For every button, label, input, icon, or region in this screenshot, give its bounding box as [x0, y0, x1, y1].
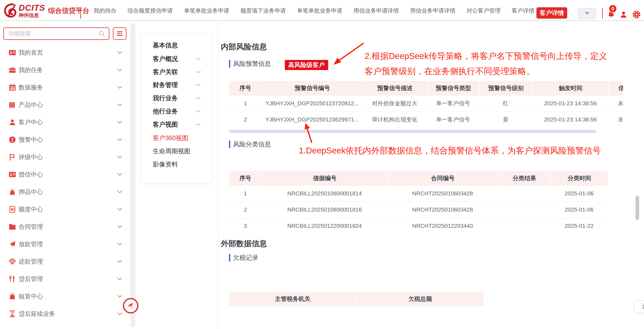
warning-section-label: 风险预警信息 [233, 59, 271, 68]
nav-item[interactable]: 用信业务申请详情 [354, 7, 399, 14]
map-icon [8, 101, 16, 109]
sidebar-item[interactable]: 贷后管理 [0, 270, 130, 288]
submenu-item[interactable]: 财务管理 [141, 79, 213, 91]
chevron-down-icon [117, 277, 122, 281]
chevron-down-icon [196, 70, 201, 74]
table-cell: 未 [609, 96, 623, 111]
menu-toggle-button[interactable] [113, 27, 126, 40]
table-cell: 单一客户信号 [427, 112, 479, 128]
column-header: 序号 [229, 81, 262, 96]
chevron-down-icon [117, 312, 122, 316]
page-scrollbar[interactable] [636, 196, 639, 220]
table-cell: 3 [229, 218, 262, 233]
calendar-icon [8, 84, 16, 91]
nav-item[interactable]: 综合额度授信申请 [128, 7, 173, 14]
sidebar-item[interactable]: 授信中心 [0, 166, 130, 183]
user-profile-icon[interactable] [620, 10, 628, 19]
sidebar-item-label: 放款管理 [19, 240, 43, 248]
table-cell: YJBHYJXH_DGP20250123720812... [262, 96, 362, 111]
section-bar [229, 60, 230, 68]
tax-arrears-table: 主管税务机关欠税总额 [229, 292, 484, 306]
submenu-item[interactable]: 生命周期视图 [141, 146, 213, 157]
sidebar-item-label: 合同管理 [19, 223, 43, 231]
sidebar-item[interactable]: 客户中心 [0, 114, 130, 131]
sidebar-item[interactable]: 放款管理 [0, 236, 130, 253]
id-card-icon [8, 171, 16, 178]
sidebar-item[interactable]: 押品中心 [0, 183, 130, 201]
id-card-icon [8, 49, 16, 56]
chevron-down-icon [117, 51, 122, 54]
sidebar-item[interactable]: 产品中心 [0, 96, 130, 114]
annotation-2-line2: 客户预警级别，在业务侧执行不同受理策略。 [365, 66, 535, 77]
sidebar-item[interactable]: 合同管理 [0, 218, 130, 236]
risk-classification-table: 序号借据编号合同编号分类结果分类时间1NRCBILL20250106000018… [229, 171, 608, 233]
logo-brand-sub: 神州信息 [19, 12, 45, 18]
table-header-row: 序号借据编号合同编号分类结果分类时间 [229, 171, 608, 186]
chevron-down-icon [117, 155, 122, 159]
classify-section-header: 风险分类信息 [229, 140, 271, 149]
sidebar-menu: 我的首页我的任务数据服务产品中心客户中心预警中心评级中心授信中心押品中心额度中心… [0, 44, 130, 323]
search-icon [98, 30, 105, 37]
nav-item[interactable]: 我的待办 [94, 7, 116, 14]
table-cell: NRCBILL2025012200001824 [262, 218, 387, 233]
column-header: 借据编号 [262, 171, 387, 186]
nav-item[interactable]: 单笔单批业务申请 [184, 7, 229, 14]
sidebar-item-label: 贷后延续业务 [19, 310, 55, 318]
nav-item[interactable]: 客户详情 [512, 7, 534, 14]
flag-icon [8, 153, 16, 161]
sidebar-item[interactable]: 数据服务 [0, 79, 130, 96]
alert-icon [8, 136, 16, 144]
nav-item[interactable]: 用信业务申请详情 [410, 7, 456, 14]
risk-warning-table: 序号预警信号编号预警信号描述预警信号类型预警信号级别触发时间信1YJBHYJXH… [229, 81, 623, 128]
gear-icon[interactable] [632, 10, 640, 19]
submenu-item-active[interactable]: 客户360视图 [141, 132, 213, 144]
sidebar-item[interactable]: 预警中心 [0, 131, 130, 148]
menu-list-icon [116, 30, 124, 37]
tabs-dropdown-button[interactable] [578, 8, 596, 19]
sidebar-item-label: 还款管理 [19, 258, 43, 266]
nav-item[interactable]: 单笔单批业务申请 [297, 7, 342, 14]
submenu-item[interactable]: 他行业务 [141, 106, 213, 117]
submenu-item-label: 基本信息 [153, 41, 178, 50]
chevron-down-icon [584, 11, 590, 15]
chevron-down-icon [196, 57, 201, 60]
briefcase-icon [8, 66, 16, 74]
submenu-item[interactable]: 客户视图 [141, 119, 213, 130]
sidebar-item[interactable]: 我的首页 [0, 44, 130, 61]
sidebar-item[interactable]: 贷后延续业务 [0, 305, 130, 323]
collapse-arrow-icon [126, 301, 135, 310]
diamond-icon [8, 258, 16, 266]
sidebar-item[interactable]: 还款管理 [0, 253, 130, 270]
chevron-down-icon [117, 68, 122, 72]
nav-item[interactable]: 额度项下业务申请 [240, 7, 286, 14]
submenu-item[interactable]: 我行业务 [141, 92, 213, 104]
sidebar-scrollbar[interactable] [130, 23, 135, 327]
sidebar-item[interactable]: 我的任务 [0, 61, 130, 79]
sidebar-item[interactable]: 评级中心 [0, 148, 130, 166]
table-cell: 红 [479, 96, 532, 111]
table-cell: 2025-01-23 14:38:56 [532, 112, 609, 128]
search-input[interactable] [4, 30, 98, 37]
submenu-item[interactable]: 基本信息 [141, 40, 213, 51]
table-cell: 2025-01-22 [550, 218, 608, 233]
back-button[interactable]: 返回 [634, 300, 644, 313]
table-cell: 2025-01-06 [550, 186, 608, 201]
tab-customer-detail-active[interactable]: 客户详情 [536, 7, 567, 19]
table-header-row: 序号预警信号编号预警信号描述预警信号类型预警信号级别触发时间信 [229, 81, 623, 96]
table-cell: 1 [229, 186, 262, 201]
nav-item[interactable]: 对公客户管理 [466, 7, 500, 14]
submenu-item[interactable]: 客户关联 [141, 66, 213, 78]
section-bar [229, 254, 230, 262]
table-cell: NRCBILL2025010600001814 [262, 186, 387, 201]
chevron-down-icon [117, 173, 122, 176]
sidebar-item[interactable]: 核算中心 [0, 288, 130, 305]
sidebar-collapse-button[interactable] [123, 298, 138, 314]
table-horizontal-scrollbar[interactable] [229, 130, 596, 133]
submenu-item-label: 他行业务 [153, 107, 178, 116]
submenu-item[interactable]: 客户概况 [141, 53, 213, 65]
submenu-item[interactable]: 影像资料 [141, 159, 213, 170]
user-icon [8, 118, 16, 126]
submenu-item-label: 客户关联 [153, 68, 178, 76]
sidebar-item[interactable]: 额度中心 [0, 201, 130, 218]
column-header: 合同编号 [387, 171, 498, 186]
